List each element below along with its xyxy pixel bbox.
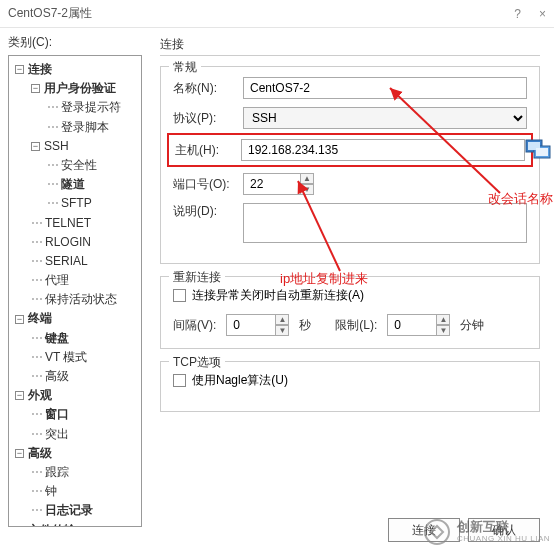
- window-title: CentOS7-2属性: [8, 5, 514, 22]
- tcp-fieldset: TCP选项 使用Nagle算法(U): [160, 361, 540, 412]
- tree-highlight[interactable]: ⋯突出: [11, 425, 139, 444]
- tree-trace[interactable]: ⋯跟踪: [11, 463, 139, 482]
- tree-connect[interactable]: −连接: [11, 60, 139, 79]
- close-button[interactable]: ×: [539, 7, 546, 21]
- watermark: 创新互联 CHUANG XIN HU LIAN: [423, 518, 550, 546]
- limit-label: 限制(L):: [335, 317, 377, 334]
- limit-up-icon[interactable]: ▲: [436, 314, 450, 325]
- window-controls: ? ×: [514, 7, 546, 21]
- nagle-label: 使用Nagle算法(U): [192, 372, 288, 389]
- tree-ssh[interactable]: −SSH: [11, 137, 139, 156]
- help-button[interactable]: ?: [514, 7, 521, 21]
- watermark-text-cn: 创新互联: [457, 520, 550, 534]
- port-input[interactable]: [243, 173, 301, 195]
- interval-label: 间隔(V):: [173, 317, 216, 334]
- protocol-select[interactable]: SSH: [243, 107, 527, 129]
- port-label: 端口号(O):: [173, 176, 243, 193]
- tree-advanced2[interactable]: −高级: [11, 444, 139, 463]
- limit-input[interactable]: [387, 314, 437, 336]
- tcp-legend: TCP选项: [169, 354, 225, 371]
- general-fieldset: 常规 名称(N): 协议(P): SSH 主机(H): 端口号(O): ▲: [160, 66, 540, 264]
- interval-input[interactable]: [226, 314, 276, 336]
- tree-bell[interactable]: ⋯钟: [11, 482, 139, 501]
- limit-unit: 分钟: [460, 317, 484, 334]
- divider: [160, 55, 540, 56]
- titlebar: CentOS7-2属性 ? ×: [0, 0, 554, 28]
- tree-logging[interactable]: ⋯日志记录: [11, 501, 139, 520]
- tree-serial[interactable]: ⋯SERIAL: [11, 252, 139, 271]
- tree-rlogin[interactable]: ⋯RLOGIN: [11, 233, 139, 252]
- nagle-checkbox[interactable]: [173, 374, 186, 387]
- tree-keepalive[interactable]: ⋯保持活动状态: [11, 290, 139, 309]
- host-input[interactable]: [241, 139, 525, 161]
- collapse-icon[interactable]: −: [15, 65, 24, 74]
- category-label: 类别(C):: [8, 34, 142, 51]
- desc-label: 说明(D):: [173, 203, 243, 220]
- section-connect-label: 连接: [160, 36, 540, 53]
- tree-vtmode[interactable]: ⋯VT 模式: [11, 348, 139, 367]
- port-down-icon[interactable]: ▼: [300, 184, 314, 195]
- reconnect-legend: 重新连接: [169, 269, 225, 286]
- tree-login-script[interactable]: ⋯登录脚本: [11, 118, 139, 137]
- desc-textarea[interactable]: [243, 203, 527, 243]
- collapse-icon[interactable]: −: [15, 526, 24, 527]
- name-label: 名称(N):: [173, 80, 243, 97]
- interval-up-icon[interactable]: ▲: [275, 314, 289, 325]
- tree-sftp[interactable]: ⋯SFTP: [11, 194, 139, 213]
- tree-tunnel[interactable]: ⋯隧道: [11, 175, 139, 194]
- collapse-icon[interactable]: −: [15, 391, 24, 400]
- category-tree[interactable]: −连接 −用户身份验证 ⋯登录提示符 ⋯登录脚本 −SSH ⋯安全性 ⋯隧道 ⋯…: [8, 55, 142, 527]
- tree-user-auth[interactable]: −用户身份验证: [11, 79, 139, 98]
- svg-point-6: [425, 520, 449, 544]
- collapse-icon[interactable]: −: [31, 142, 40, 151]
- protocol-label: 协议(P):: [173, 110, 243, 127]
- collapse-icon[interactable]: −: [15, 315, 24, 324]
- watermark-logo-icon: [423, 518, 451, 546]
- tree-terminal[interactable]: −终端: [11, 309, 139, 328]
- tree-advanced1[interactable]: ⋯高级: [11, 367, 139, 386]
- tree-keyboard[interactable]: ⋯键盘: [11, 329, 139, 348]
- tree-security[interactable]: ⋯安全性: [11, 156, 139, 175]
- interval-unit: 秒: [299, 317, 311, 334]
- general-legend: 常规: [169, 59, 201, 76]
- tree-filetransfer[interactable]: −文件传输: [11, 521, 139, 528]
- limit-down-icon[interactable]: ▼: [436, 325, 450, 336]
- reconnect-fieldset: 重新连接 连接异常关闭时自动重新连接(A) 间隔(V): ▲ ▼ 秒 限制(L)…: [160, 276, 540, 349]
- tree-telnet[interactable]: ⋯TELNET: [11, 214, 139, 233]
- tree-proxy[interactable]: ⋯代理: [11, 271, 139, 290]
- collapse-icon[interactable]: −: [15, 449, 24, 458]
- tree-login-prompt[interactable]: ⋯登录提示符: [11, 98, 139, 117]
- auto-reconnect-checkbox[interactable]: [173, 289, 186, 302]
- host-highlight-box: 主机(H):: [167, 133, 533, 167]
- tree-appearance[interactable]: −外观: [11, 386, 139, 405]
- interval-down-icon[interactable]: ▼: [275, 325, 289, 336]
- svg-rect-3: [536, 148, 548, 156]
- host-label: 主机(H):: [175, 142, 241, 159]
- collapse-icon[interactable]: −: [31, 84, 40, 93]
- auto-reconnect-label: 连接异常关闭时自动重新连接(A): [192, 287, 364, 304]
- monitors-icon: [524, 138, 552, 164]
- port-up-icon[interactable]: ▲: [300, 173, 314, 184]
- tree-window[interactable]: ⋯窗口: [11, 405, 139, 424]
- name-input[interactable]: [243, 77, 527, 99]
- watermark-text-en: CHUANG XIN HU LIAN: [457, 535, 550, 544]
